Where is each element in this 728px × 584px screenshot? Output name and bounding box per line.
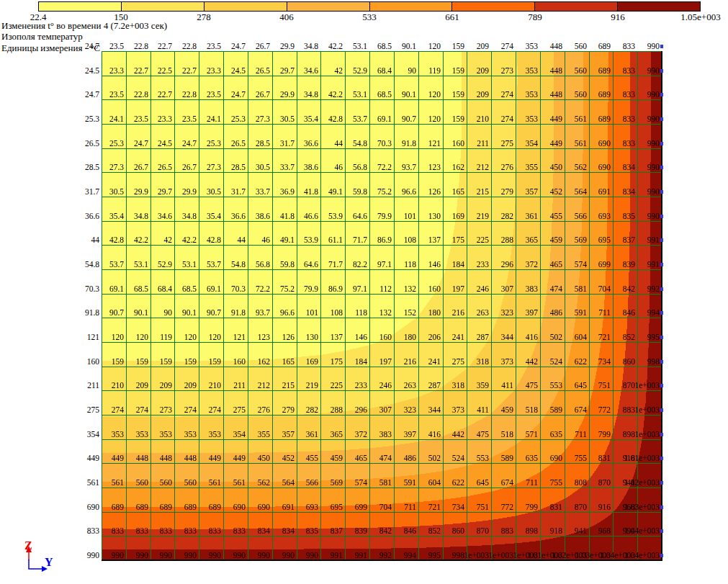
col-header-value: 353 [493,42,538,51]
edge-node-marker [660,117,663,121]
units-label: Единицы измерения - °С [1,43,100,53]
edge-node-marker [660,311,663,315]
edge-node-marker [660,384,663,387]
col-header-value: 53.1 [323,42,367,51]
col-header-value: 833 [590,42,635,51]
edge-node-marker [660,45,663,48]
row-label-value: 24.7 [55,90,99,99]
edge-node-marker [660,433,663,436]
row-label-value: 833 [55,526,99,536]
scale-bar-segment [287,1,370,12]
edge-node-marker [660,457,663,460]
edge-node-marker [660,190,663,194]
edge-node-marker [660,166,663,169]
scale-tick-label: 789 [492,12,578,22]
edge-node-marker [660,215,663,218]
col-header-value: 42.2 [298,42,343,51]
scale-bar-segment [451,1,535,12]
edge-node-marker [660,69,663,73]
col-header-value: 34.8 [274,42,318,51]
row-label-value: 26.5 [55,139,99,148]
row-label-value: 275 [55,405,99,415]
scale-bar-segment [369,1,453,12]
col-header-value: 22.8 [152,42,197,51]
edge-node-marker [660,238,663,242]
color-scale-bar [38,1,701,12]
col-header-value: 209 [444,42,489,51]
row-label-value: 121 [55,333,99,342]
edge-node-marker [660,263,663,266]
row-label-value: 28.5 [55,163,99,172]
col-header-value: 24.7 [201,42,246,51]
row-label-value: 36.6 [55,212,99,221]
col-header-value: 29.9 [250,42,295,51]
y-axis-label: Y [45,556,53,568]
row-label-value: 25.3 [55,114,99,124]
scale-bar-segment [121,1,205,12]
row-label-value: 70.3 [55,284,99,294]
row-label-value: 54.8 [55,260,99,269]
scale-tick-label: 278 [161,12,247,22]
edge-node-marker [660,360,663,364]
edge-node-marker [660,142,663,145]
plot-title: Изменения t° во времени 4 (7.2e+003 сек) [1,21,167,30]
heatmap-canvas[interactable] [102,51,662,561]
row-label-value: 44 [55,235,99,245]
edge-node-marker [660,529,663,533]
edge-node-marker [660,336,663,339]
col-header-value: 120 [396,42,441,51]
scale-bar-segment [38,1,122,12]
col-header-value: 90.1 [372,42,416,51]
col-header-value: 68.5 [347,42,392,51]
scale-bar-segment [617,1,701,12]
scale-tick-label: 661 [409,12,495,22]
scale-tick-label: 533 [326,12,413,22]
edge-node-marker [660,506,663,509]
col-header-value: 990 [615,42,660,51]
col-header-value: 689 [566,42,611,51]
col-header-value: 26.7 [225,42,270,51]
row-label-value: 690 [55,503,99,512]
col-header-value: 159 [420,42,464,51]
row-label-value: 91.8 [55,308,99,318]
plot-window: 22.41502784065336617899161.05e+003 Измен… [0,0,728,584]
row-label-value: 449 [55,454,99,463]
col-header-value: 560 [542,42,587,51]
col-header-value: 22.7 [127,42,172,51]
row-label-value: 561 [55,478,99,488]
edge-node-marker [660,408,663,412]
edge-node-marker [660,481,663,485]
row-label-value: 160 [55,357,99,367]
edge-node-marker [660,93,663,96]
col-header-value: 274 [469,42,513,51]
axis-orientation-icon: Z Y [4,536,61,580]
row-label-value: 990 [55,551,99,560]
col-header-value: 23.5 [176,42,221,51]
scale-tick-label: 406 [243,12,330,22]
plot-subtitle: Изополя температур [1,32,83,41]
scale-tick-label: 916 [575,12,661,22]
edge-node-marker [660,287,663,291]
row-label-value: 354 [55,430,99,439]
edge-node-marker [660,554,663,557]
col-header-value: 448 [518,42,562,51]
col-header-value: 22.8 [104,42,148,51]
scale-tick-label: 1.05e+003 [657,12,728,22]
scale-bar-segment [204,1,287,12]
scale-bar-segment [534,1,618,12]
row-label-value: 211 [55,381,99,390]
row-label-value: 31.7 [55,187,99,197]
row-label-value: 24.5 [55,66,99,76]
